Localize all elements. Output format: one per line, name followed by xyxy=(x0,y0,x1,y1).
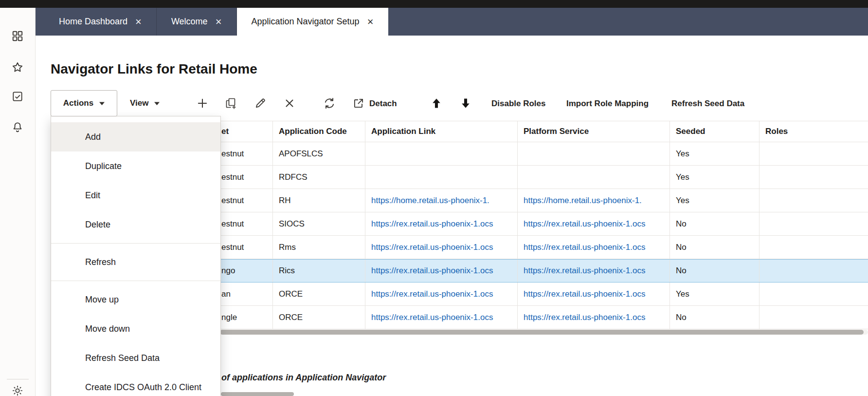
column-header-platform-service[interactable]: Platform Service xyxy=(518,121,670,142)
cell-roles xyxy=(760,142,868,165)
cell-platform-service[interactable]: https://rex.retail.us-phoenix-1.ocs xyxy=(518,260,670,282)
tab-application-navigator-setup[interactable]: Application Navigator Setup × xyxy=(237,8,388,36)
cell-seeded: No xyxy=(670,236,760,259)
cell-seeded: No xyxy=(670,260,760,282)
top-black-bar xyxy=(0,0,868,8)
cell-roles xyxy=(760,189,868,212)
cell-application-link[interactable]: https://rex.retail.us-phoenix-1.ocs xyxy=(365,236,518,259)
cell-seeded: Yes xyxy=(670,283,760,305)
menu-item-duplicate[interactable]: Duplicate xyxy=(51,151,220,181)
cell-platform-service[interactable] xyxy=(518,166,670,189)
duplicate-icon[interactable] xyxy=(224,96,238,110)
page-title: Navigator Links for Retail Home xyxy=(51,61,257,77)
delete-x-icon[interactable] xyxy=(283,96,296,110)
display-order-hint-text: of applications in Application Navigator xyxy=(221,373,386,383)
cell-seeded: Yes xyxy=(670,142,760,165)
cell-platform-service[interactable]: https://rex.retail.us-phoenix-1.ocs xyxy=(518,306,670,329)
menu-item-refresh[interactable]: Refresh xyxy=(51,247,220,277)
menu-item-create-idcs-oauth-client[interactable]: Create IDCS OAuth 2.0 Client xyxy=(51,373,220,396)
column-header-application-code[interactable]: Application Code xyxy=(273,121,365,142)
cell-application-code: RDFCS xyxy=(273,166,365,189)
chevron-down-icon xyxy=(99,102,105,105)
cell-application-code: APOFSLCS xyxy=(273,142,365,165)
tasks-icon[interactable] xyxy=(11,90,24,103)
cell-roles xyxy=(760,306,868,329)
cell-application-link[interactable]: https://rex.retail.us-phoenix-1.ocs xyxy=(365,306,518,329)
column-header-roles[interactable]: Roles xyxy=(760,121,868,142)
cell-platform-service[interactable]: https://home.retail.us-phoenix-1. xyxy=(518,189,670,212)
cell-seeded: Yes xyxy=(670,166,760,189)
import-role-mapping-button[interactable]: Import Role Mapping xyxy=(566,99,649,109)
cell-application-code: RH xyxy=(273,189,365,212)
actions-dropdown-menu: Add Duplicate Edit Delete Refresh Move u… xyxy=(51,116,221,396)
cell-application-code: SIOCS xyxy=(273,212,365,235)
chevron-down-icon xyxy=(154,102,160,105)
cell-application-code: Rms xyxy=(273,236,365,259)
sidebar-divider xyxy=(7,379,29,379)
cell-roles xyxy=(760,283,868,305)
add-plus-icon[interactable] xyxy=(196,96,209,110)
tab-label: Application Navigator Setup xyxy=(252,17,360,27)
tab-label: Home Dashboard xyxy=(59,17,127,27)
tab-welcome[interactable]: Welcome × xyxy=(157,8,237,36)
cell-roles xyxy=(760,260,868,282)
cell-platform-service[interactable]: https://rex.retail.us-phoenix-1.ocs xyxy=(518,283,670,305)
move-up-icon[interactable] xyxy=(430,96,443,110)
cell-seeded: No xyxy=(670,212,760,235)
cell-seeded: Yes xyxy=(670,189,760,212)
detach-button[interactable]: Detach xyxy=(369,99,397,109)
edit-pencil-icon[interactable] xyxy=(253,96,267,110)
menu-item-move-down[interactable]: Move down xyxy=(51,314,220,343)
tab-home-dashboard[interactable]: Home Dashboard × xyxy=(44,8,157,36)
cell-platform-service[interactable]: https://rex.retail.us-phoenix-1.ocs xyxy=(518,212,670,235)
cell-platform-service[interactable]: https://rex.retail.us-phoenix-1.ocs xyxy=(518,236,670,259)
menu-separator xyxy=(51,281,220,281)
cell-application-link[interactable] xyxy=(365,142,518,165)
refresh-seed-data-button[interactable]: Refresh Seed Data xyxy=(671,99,744,109)
cell-application-code: Rics xyxy=(273,260,365,282)
cell-application-link[interactable]: https://home.retail.us-phoenix-1. xyxy=(365,189,518,212)
scrollbar-thumb[interactable] xyxy=(220,330,864,335)
menu-item-delete[interactable]: Delete xyxy=(51,210,220,239)
tab-label: Welcome xyxy=(171,17,208,27)
favorites-star-icon[interactable] xyxy=(11,61,24,74)
disable-roles-button[interactable]: Disable Roles xyxy=(491,99,546,109)
detach-icon[interactable] xyxy=(352,96,365,110)
move-down-icon[interactable] xyxy=(459,96,472,110)
menu-item-edit[interactable]: Edit xyxy=(51,181,220,210)
cell-roles xyxy=(760,166,868,189)
left-sidebar xyxy=(0,8,36,396)
cell-roles xyxy=(760,212,868,235)
refresh-icon[interactable] xyxy=(323,96,336,110)
cell-roles xyxy=(760,236,868,259)
cell-application-link[interactable]: https://rex.retail.us-phoenix-1.ocs xyxy=(365,283,518,305)
cell-application-code: ORCE xyxy=(273,283,365,305)
column-header-seeded[interactable]: Seeded xyxy=(670,121,760,142)
cell-seeded: No xyxy=(670,306,760,329)
menu-item-move-up[interactable]: Move up xyxy=(51,285,220,314)
close-icon[interactable]: × xyxy=(135,17,142,27)
close-icon[interactable]: × xyxy=(367,17,374,27)
close-icon[interactable]: × xyxy=(216,17,222,27)
settings-gear-icon[interactable] xyxy=(11,384,24,396)
view-button-label: View xyxy=(130,98,148,108)
menu-item-add[interactable]: Add xyxy=(51,122,220,151)
menu-separator xyxy=(51,243,220,244)
actions-button-label: Actions xyxy=(63,98,93,108)
cell-application-code: ORCE xyxy=(273,306,365,329)
cell-platform-service[interactable] xyxy=(518,142,670,165)
view-menu-button[interactable]: View xyxy=(130,90,160,116)
tab-bar: Home Dashboard × Welcome × Application N… xyxy=(36,8,868,36)
cell-application-link[interactable]: https://rex.retail.us-phoenix-1.ocs xyxy=(365,212,518,235)
cell-application-link[interactable]: https://rex.retail.us-phoenix-1.ocs xyxy=(365,260,518,282)
menu-item-refresh-seed-data[interactable]: Refresh Seed Data xyxy=(51,343,220,373)
notifications-bell-icon[interactable] xyxy=(11,121,24,133)
apps-grid-icon[interactable] xyxy=(11,30,24,42)
application-window: Home Dashboard × Welcome × Application N… xyxy=(0,0,868,396)
actions-menu-button[interactable]: Actions xyxy=(51,90,117,116)
bottom-scrollbar-thumb[interactable] xyxy=(221,392,294,396)
cell-application-link[interactable] xyxy=(365,166,518,189)
column-header-application-link[interactable]: Application Link xyxy=(365,121,518,142)
